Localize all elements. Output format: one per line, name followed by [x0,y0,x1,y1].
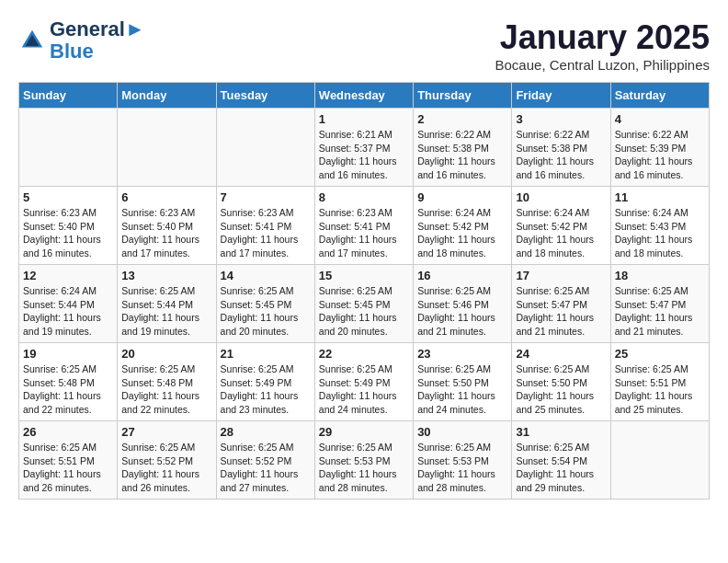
day-number: 28 [221,425,311,439]
month-title: January 2025 [495,18,710,57]
day-info: Sunrise: 6:25 AMSunset: 5:45 PMDaylight:… [319,284,409,339]
calendar-week-1: 5Sunrise: 6:23 AMSunset: 5:40 PMDaylight… [19,187,710,265]
calendar-cell: 1Sunrise: 6:21 AMSunset: 5:37 PMDaylight… [314,109,413,187]
day-info: Sunrise: 6:24 AMSunset: 5:43 PMDaylight:… [615,206,705,260]
page-header: General► Blue January 2025 Bocaue, Centr… [18,18,710,73]
day-number: 29 [319,425,409,439]
day-info: Sunrise: 6:25 AMSunset: 5:53 PMDaylight:… [319,441,409,495]
day-info: Sunrise: 6:25 AMSunset: 5:44 PMDaylight:… [121,284,211,339]
title-block: January 2025 Bocaue, Central Luzon, Phil… [495,18,710,73]
logo-text: General► Blue [50,18,145,63]
day-number: 18 [615,269,705,282]
day-number: 26 [23,425,113,439]
day-info: Sunrise: 6:25 AMSunset: 5:51 PMDaylight:… [615,362,705,417]
calendar-cell: 18Sunrise: 6:25 AMSunset: 5:47 PMDayligh… [610,265,709,343]
calendar-body: 1Sunrise: 6:21 AMSunset: 5:37 PMDaylight… [19,109,710,500]
calendar-cell: 22Sunrise: 6:25 AMSunset: 5:49 PMDayligh… [314,343,413,421]
calendar-week-2: 12Sunrise: 6:24 AMSunset: 5:44 PMDayligh… [19,265,710,343]
day-info: Sunrise: 6:23 AMSunset: 5:41 PMDaylight:… [319,206,409,260]
day-info: Sunrise: 6:25 AMSunset: 5:46 PMDaylight:… [417,284,507,339]
day-info: Sunrise: 6:25 AMSunset: 5:47 PMDaylight:… [615,284,705,339]
day-info: Sunrise: 6:25 AMSunset: 5:49 PMDaylight:… [319,362,409,417]
logo: General► Blue [18,18,145,63]
calendar-cell: 31Sunrise: 6:25 AMSunset: 5:54 PMDayligh… [512,421,610,500]
day-number: 25 [615,347,705,361]
day-number: 10 [516,190,606,204]
day-number: 17 [516,269,606,282]
calendar-cell: 4Sunrise: 6:22 AMSunset: 5:39 PMDaylight… [610,109,709,187]
day-number: 30 [417,425,507,439]
weekday-header-friday: Friday [512,83,610,109]
calendar-cell: 7Sunrise: 6:23 AMSunset: 5:41 PMDaylight… [216,187,314,265]
day-number: 23 [417,347,507,361]
day-number: 13 [121,269,211,282]
calendar-cell: 16Sunrise: 6:25 AMSunset: 5:46 PMDayligh… [414,265,512,343]
calendar-cell: 25Sunrise: 6:25 AMSunset: 5:51 PMDayligh… [610,343,709,421]
location: Bocaue, Central Luzon, Philippines [495,57,710,73]
calendar-cell: 29Sunrise: 6:25 AMSunset: 5:53 PMDayligh… [314,421,413,500]
calendar-cell: 23Sunrise: 6:25 AMSunset: 5:50 PMDayligh… [414,343,512,421]
day-number: 27 [121,425,211,439]
day-number: 24 [516,347,606,361]
calendar-cell: 15Sunrise: 6:25 AMSunset: 5:45 PMDayligh… [314,265,413,343]
day-number: 20 [121,347,211,361]
day-info: Sunrise: 6:23 AMSunset: 5:40 PMDaylight:… [121,206,211,260]
calendar-cell: 26Sunrise: 6:25 AMSunset: 5:51 PMDayligh… [19,421,118,500]
calendar-cell: 24Sunrise: 6:25 AMSunset: 5:50 PMDayligh… [512,343,610,421]
calendar-cell: 10Sunrise: 6:24 AMSunset: 5:42 PMDayligh… [512,187,610,265]
weekday-header-monday: Monday [118,83,216,109]
day-info: Sunrise: 6:25 AMSunset: 5:47 PMDaylight:… [516,284,606,339]
day-number: 31 [516,425,606,439]
day-info: Sunrise: 6:25 AMSunset: 5:50 PMDaylight:… [516,362,606,417]
day-info: Sunrise: 6:25 AMSunset: 5:50 PMDaylight:… [417,362,507,417]
day-number: 22 [319,347,409,361]
calendar-cell: 17Sunrise: 6:25 AMSunset: 5:47 PMDayligh… [512,265,610,343]
day-number: 5 [23,190,113,204]
calendar-cell: 9Sunrise: 6:24 AMSunset: 5:42 PMDaylight… [414,187,512,265]
calendar-table: SundayMondayTuesdayWednesdayThursdayFrid… [18,82,710,500]
calendar-cell: 30Sunrise: 6:25 AMSunset: 5:53 PMDayligh… [414,421,512,500]
day-number: 16 [417,269,507,282]
day-info: Sunrise: 6:24 AMSunset: 5:44 PMDaylight:… [23,284,113,339]
day-number: 11 [615,190,705,204]
weekday-header-tuesday: Tuesday [216,83,314,109]
day-info: Sunrise: 6:25 AMSunset: 5:52 PMDaylight:… [221,441,311,495]
calendar-cell: 6Sunrise: 6:23 AMSunset: 5:40 PMDaylight… [118,187,216,265]
day-info: Sunrise: 6:22 AMSunset: 5:39 PMDaylight:… [615,128,705,182]
calendar-cell: 12Sunrise: 6:24 AMSunset: 5:44 PMDayligh… [19,265,118,343]
day-number: 6 [121,190,211,204]
calendar-cell: 8Sunrise: 6:23 AMSunset: 5:41 PMDaylight… [314,187,413,265]
weekday-header-saturday: Saturday [610,83,709,109]
day-number: 19 [23,347,113,361]
calendar-cell: 20Sunrise: 6:25 AMSunset: 5:48 PMDayligh… [118,343,216,421]
day-number: 21 [221,347,311,361]
calendar-cell [118,109,216,187]
day-number: 14 [221,269,311,282]
calendar-cell [610,421,709,500]
day-info: Sunrise: 6:25 AMSunset: 5:49 PMDaylight:… [221,362,311,417]
calendar-cell: 5Sunrise: 6:23 AMSunset: 5:40 PMDaylight… [19,187,118,265]
day-info: Sunrise: 6:25 AMSunset: 5:45 PMDaylight:… [221,284,311,339]
calendar-cell [19,109,118,187]
calendar-cell: 14Sunrise: 6:25 AMSunset: 5:45 PMDayligh… [216,265,314,343]
calendar-cell: 13Sunrise: 6:25 AMSunset: 5:44 PMDayligh… [118,265,216,343]
calendar-cell: 27Sunrise: 6:25 AMSunset: 5:52 PMDayligh… [118,421,216,500]
logo-icon [18,27,46,54]
day-number: 2 [417,112,507,126]
calendar-week-3: 19Sunrise: 6:25 AMSunset: 5:48 PMDayligh… [19,343,710,421]
day-number: 1 [319,112,409,126]
calendar-cell: 28Sunrise: 6:25 AMSunset: 5:52 PMDayligh… [216,421,314,500]
day-info: Sunrise: 6:22 AMSunset: 5:38 PMDaylight:… [417,128,507,182]
day-info: Sunrise: 6:22 AMSunset: 5:38 PMDaylight:… [516,128,606,182]
weekday-header-sunday: Sunday [19,83,118,109]
day-number: 12 [23,269,113,282]
day-number: 4 [615,112,705,126]
day-info: Sunrise: 6:25 AMSunset: 5:53 PMDaylight:… [417,441,507,495]
calendar-cell: 19Sunrise: 6:25 AMSunset: 5:48 PMDayligh… [19,343,118,421]
calendar-cell: 3Sunrise: 6:22 AMSunset: 5:38 PMDaylight… [512,109,610,187]
day-info: Sunrise: 6:24 AMSunset: 5:42 PMDaylight:… [516,206,606,260]
day-info: Sunrise: 6:24 AMSunset: 5:42 PMDaylight:… [417,206,507,260]
calendar-cell: 21Sunrise: 6:25 AMSunset: 5:49 PMDayligh… [216,343,314,421]
day-info: Sunrise: 6:25 AMSunset: 5:48 PMDaylight:… [121,362,211,417]
weekday-header-wednesday: Wednesday [314,83,413,109]
